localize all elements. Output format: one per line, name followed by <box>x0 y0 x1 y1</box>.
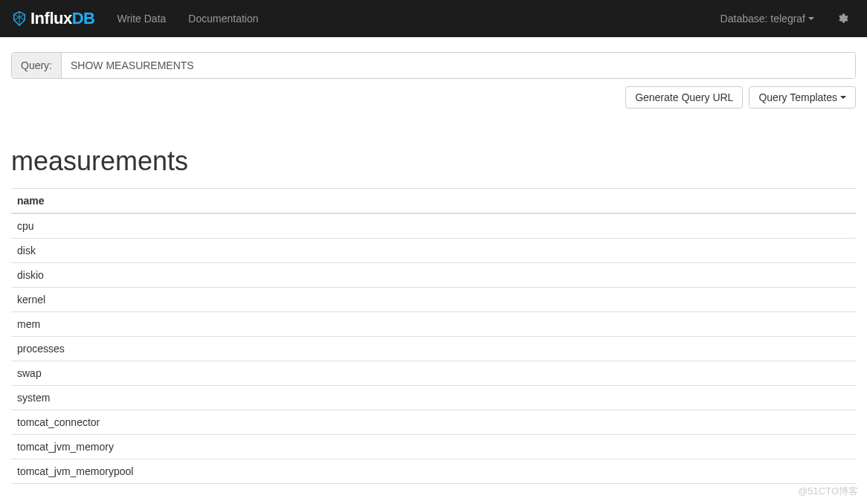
settings-button[interactable] <box>825 13 856 25</box>
influxdb-icon <box>11 10 28 27</box>
results-title: measurements <box>11 146 856 177</box>
measurement-cell: diskio <box>11 263 856 288</box>
query-templates-label: Query Templates <box>758 91 837 103</box>
results-table: name cpudiskdiskiokernelmemprocessesswap… <box>11 188 856 484</box>
measurement-cell: tomcat_jvm_memory <box>11 435 856 459</box>
results-body: cpudiskdiskiokernelmemprocessesswapsyste… <box>11 213 856 484</box>
column-header-name: name <box>11 189 856 214</box>
table-row: kernel <box>11 288 856 312</box>
measurement-cell: cpu <box>11 213 856 239</box>
table-row: disk <box>11 239 856 263</box>
measurement-cell: mem <box>11 312 856 337</box>
query-templates-button[interactable]: Query Templates <box>749 86 856 109</box>
nav-links: Write Data Documentation <box>106 1 269 36</box>
measurement-cell: kernel <box>11 288 856 312</box>
measurement-cell: tomcat_connector <box>11 410 856 435</box>
nav-documentation[interactable]: Documentation <box>177 1 269 36</box>
measurement-cell: system <box>11 386 856 410</box>
query-bar: Query: <box>11 52 856 79</box>
table-row: diskio <box>11 263 856 288</box>
table-row: swap <box>11 361 856 386</box>
database-selector[interactable]: Database: telegraf <box>709 1 825 36</box>
table-row: cpu <box>11 213 856 239</box>
database-selector-label: Database: telegraf <box>721 13 805 25</box>
nav-right: Database: telegraf <box>709 1 856 36</box>
navbar: InfluxDB Write Data Documentation Databa… <box>0 0 867 37</box>
brand-logo[interactable]: InfluxDB <box>11 9 94 28</box>
main-content: Query: Generate Query URL Query Template… <box>0 37 867 499</box>
measurement-cell: swap <box>11 361 856 386</box>
table-row: tomcat_connector <box>11 410 856 435</box>
action-row: Generate Query URL Query Templates <box>11 86 856 109</box>
table-row: system <box>11 386 856 410</box>
measurement-cell: processes <box>11 337 856 361</box>
caret-down-icon <box>840 96 846 99</box>
query-label: Query: <box>12 53 62 78</box>
generate-query-url-button[interactable]: Generate Query URL <box>625 86 743 109</box>
table-row: mem <box>11 312 856 337</box>
query-input[interactable] <box>62 53 855 78</box>
caret-down-icon <box>808 17 814 20</box>
table-row: tomcat_jvm_memory <box>11 435 856 459</box>
brand-text: InfluxDB <box>30 9 94 28</box>
gear-icon <box>837 13 848 25</box>
measurement-cell: tomcat_jvm_memorypool <box>11 459 856 484</box>
table-row: tomcat_jvm_memorypool <box>11 459 856 484</box>
measurement-cell: disk <box>11 239 856 263</box>
nav-write-data[interactable]: Write Data <box>106 1 177 36</box>
table-row: processes <box>11 337 856 361</box>
